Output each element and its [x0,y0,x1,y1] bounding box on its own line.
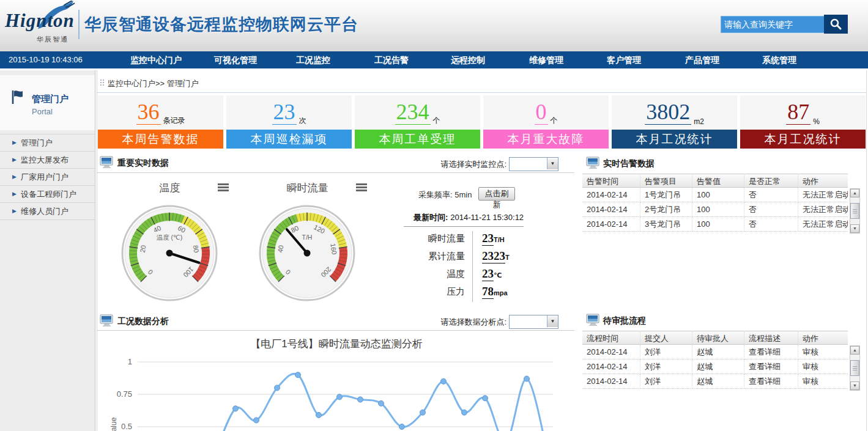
navbar-timestamp: 2015-10-19 10:43:06 [9,51,83,68]
scroll-up-icon[interactable]: ▲ [850,189,859,197]
alarm-table: 告警时间告警项目告警值是否正常动作2014-02-141号龙门吊100否无法正常… [582,174,848,232]
stat-unit: 次 [299,116,306,130]
table-header-cell: 提交人 [640,331,692,345]
gauge-menu-icon[interactable] [218,183,229,192]
stat-banner-label[interactable]: 本周工单受理 [355,130,480,149]
stat-banner-label[interactable]: 本月工况统计 [612,130,737,149]
nav-item-3[interactable]: 工况告警 [374,51,409,68]
nav-item-5[interactable]: 维修管理 [529,51,563,68]
monitor-point-select[interactable]: ▼ [509,157,558,171]
portal-subtitle: Portal [32,107,53,116]
table-header-cell: 告警时间 [582,174,640,188]
nav-item-7[interactable]: 产品管理 [685,51,719,68]
sidebar-item-2[interactable]: ▶厂家用户门户 [0,168,95,185]
stat-banner-label[interactable]: 本月工况统计 [740,130,866,149]
navbar: 2015-10-19 10:43:06 监控中心门户可视化管理工况监控工况告警远… [0,51,868,68]
table-cell: 审核 [798,374,848,389]
gauge-menu-icon[interactable] [356,183,367,192]
analysis-point-select[interactable]: ▼ [509,315,558,329]
dropdown-arrow-icon[interactable]: ▼ [547,158,558,169]
stat-banner-label[interactable]: 本月重大故障 [483,130,609,149]
nav-item-1[interactable]: 可视化管理 [214,51,257,68]
stat-number: 234 [395,101,431,125]
reading-label: 温度 [398,268,465,280]
sidebar-item-0[interactable]: ▶管理门户 [0,134,95,151]
approval-table-scrollbar[interactable]: ▲ ▼ [850,345,860,391]
search-input[interactable] [721,16,825,33]
reading-number: 23 [482,267,494,281]
scroll-down-icon[interactable]: ▼ [850,224,859,233]
table-header-cell: 告警值 [692,174,744,188]
table-row[interactable]: 2014-02-143号龙门吊100否无法正常启动 [582,217,848,232]
chevron-right-icon: ▶ [12,134,17,151]
stat-number: 3802 [645,101,691,125]
reading-label: 压力 [398,286,465,298]
alarm-table-scrollbar[interactable]: ▲ ▼ [850,188,860,234]
stat-number-box: 87% [740,95,866,130]
dropdown-arrow-icon[interactable]: ▼ [547,315,558,327]
stat-card-0[interactable]: 36条记录本周告警数据 [98,95,223,149]
stat-number: 23 [272,101,297,125]
search-button[interactable] [824,15,848,34]
stat-banner-label[interactable]: 本周巡检漏项 [226,130,352,149]
table-cell: 刘洋 [640,374,692,389]
table-row[interactable]: 2014-02-141号龙门吊100否无法正常启动 [582,188,848,202]
stat-unit: m2 [694,117,704,130]
nav-item-6[interactable]: 客户管理 [607,51,641,68]
table-row[interactable]: 2014-02-14刘洋赵城查看详细审核 [582,359,848,374]
scrollbar-thumb[interactable] [850,360,859,376]
gauge-flow-label: 瞬时流量 [269,181,346,195]
sidebar-menu: ▶管理门户▶监控大屏发布▶厂家用户门户▶设备工程师门户▶维修人员门户 [0,134,95,220]
logo-divider [78,10,80,39]
stat-card-1[interactable]: 23次本周巡检漏项 [226,95,352,149]
stat-card-2[interactable]: 234个本周工单受理 [355,95,480,149]
table-row[interactable]: 2014-02-14刘洋赵城查看详细审核 [582,345,848,359]
analysis-point-select-label: 请选择数据分析点: [427,317,506,328]
chevron-right-icon: ▶ [12,169,17,185]
reading-unit: T/H [494,236,505,244]
reading-value: 23℃ [482,267,502,281]
svg-text:温度 (℃): 温度 (℃) [157,234,183,241]
sidebar-item-3[interactable]: ▶设备工程师门户 [0,185,95,202]
reading-value: 2323T [482,249,510,263]
realtime-panel-title: 重要实时数据 [117,158,169,169]
latest-time-value: 2014-11-21 15:30:12 [450,213,524,222]
table-row[interactable]: 2014-02-142号龙门吊100否无法正常启动 [582,202,848,217]
nav-item-4[interactable]: 远程控制 [451,51,485,68]
table-cell: 100 [692,217,744,232]
stat-number-box: 3802m2 [612,95,737,130]
reading-unit: ℃ [494,271,502,279]
sidebar-item-label: 维修人员门户 [21,207,69,216]
flow-gauge: 04080120160200T/H [258,204,356,302]
latest-time-label: 最新时间: [414,213,448,222]
stat-card-4[interactable]: 3802m2本月工况统计 [612,95,737,149]
scrollbar-thumb[interactable] [850,203,859,219]
stat-card-5[interactable]: 87%本月工况统计 [740,95,866,149]
reading-number: 78 [482,285,494,299]
sidebar-item-4[interactable]: ▶维修人员门户 [0,202,95,220]
table-cell: 2014-02-14 [582,217,640,232]
stat-banner-label[interactable]: 本周告警数据 [98,130,223,149]
table-row[interactable]: 2014-02-14刘洋赵城查看详细审核 [582,374,848,389]
scroll-down-icon[interactable]: ▼ [850,381,859,390]
sidebar: 管理门户 Portal ▶管理门户▶监控大屏发布▶厂家用户门户▶设备工程师门户▶… [0,70,95,431]
sidebar-item-1[interactable]: ▶监控大屏发布 [0,151,95,168]
table-cell: 1号龙门吊 [640,188,692,202]
reading-number: 2323 [482,249,505,263]
stat-card-3[interactable]: 0个本月重大故障 [483,95,609,149]
table-header-cell: 告警项目 [640,174,692,188]
table-cell: 100 [692,188,744,202]
temperature-gauge: 020406080100温度 (℃) [121,204,218,302]
svg-text:20: 20 [139,245,147,253]
portal-card: 管理门户 Portal [0,75,95,130]
svg-text:value: value [109,417,118,431]
header: Hignton 华辰智通 华辰智通设备远程监控物联网云平台 [0,0,868,51]
breadcrumb: 监控中心门户>> 管理门户 [100,78,199,89]
content-divider [97,92,866,93]
nav-item-2[interactable]: 工况监控 [296,51,330,68]
nav-item-8[interactable]: 系统管理 [762,51,796,68]
refresh-button[interactable]: 点击刷新 [478,187,515,201]
breadcrumb-text: 监控中心门户>> 管理门户 [108,79,199,88]
nav-item-0[interactable]: 监控中心门户 [130,51,182,68]
scroll-up-icon[interactable]: ▲ [850,346,859,355]
